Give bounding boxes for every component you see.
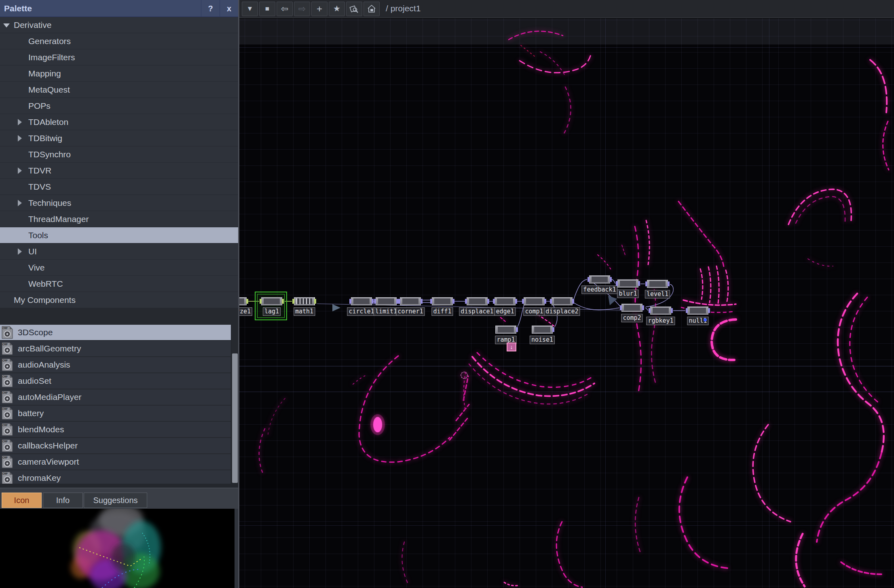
node-output-connector[interactable]: [544, 299, 546, 304]
list-item-cameraviewport[interactable]: CMP cameraViewport: [0, 454, 231, 470]
palette-close-button[interactable]: x: [220, 0, 238, 17]
node-input-connector[interactable]: [522, 299, 524, 304]
tree-item-threadmanager[interactable]: ThreadManager: [0, 211, 238, 227]
tree-item-tdvs[interactable]: TDVS: [0, 179, 238, 195]
list-item-chromakey[interactable]: CMP chromaKey: [0, 470, 231, 484]
docked-operator-marker[interactable]: ↓: [507, 343, 516, 351]
node-output-connector[interactable]: [638, 281, 640, 286]
back-arrow-icon[interactable]: ⇦: [277, 2, 293, 16]
tree-item-my-components[interactable]: My Components: [0, 292, 238, 308]
node-output-connector[interactable]: [671, 308, 673, 313]
node-math1[interactable]: math1: [294, 297, 315, 305]
node-input-connector[interactable]: [493, 299, 495, 304]
node-circle1[interactable]: circle1: [351, 297, 372, 305]
node-level1[interactable]: level1: [647, 280, 668, 288]
node-output-connector[interactable]: [642, 305, 644, 310]
palette-titlebar[interactable]: Palette ? x: [0, 0, 238, 17]
node-input-connector[interactable]: [349, 299, 351, 304]
list-item-audioset[interactable]: CMP audioSet: [0, 373, 231, 389]
list-item-3dscope[interactable]: CMP 3DScope: [0, 325, 231, 340]
tree-item-metaquest[interactable]: MetaQuest: [0, 82, 238, 98]
node-input-connector[interactable]: [292, 299, 294, 304]
tab-info[interactable]: Info: [43, 493, 83, 508]
tree-item-tdableton[interactable]: TDAbleton: [0, 114, 238, 130]
node-diff1[interactable]: diff1: [432, 297, 453, 305]
node-output-connector[interactable]: [372, 299, 374, 304]
node-output-connector[interactable]: [452, 299, 454, 304]
tree-item-pops[interactable]: POPs: [0, 98, 238, 114]
node-blur1[interactable]: blur1: [617, 279, 638, 288]
tree-item-techniques[interactable]: Techniques: [0, 195, 238, 211]
tree-item-tdbitwig[interactable]: TDBitwig: [0, 130, 238, 146]
star-icon[interactable]: ★: [329, 2, 345, 16]
node-output-connector[interactable]: [708, 308, 710, 313]
list-item-audioanalysis[interactable]: CMP audioAnalysis: [0, 357, 231, 372]
node-input-connector[interactable]: [398, 299, 400, 304]
node-output-connector[interactable]: [246, 299, 248, 304]
node-input-connector[interactable]: [465, 299, 467, 304]
node-output-connector[interactable]: [668, 281, 670, 286]
node-input-connector[interactable]: [620, 305, 622, 310]
node-corner1[interactable]: corner1: [400, 297, 421, 305]
tree-item-tools[interactable]: Tools: [0, 227, 238, 243]
node-output-connector[interactable]: [487, 299, 489, 304]
node-limit1[interactable]: limit1: [376, 297, 397, 305]
node-edge1[interactable]: edge1: [495, 297, 516, 305]
node-rgbkey1[interactable]: rgbkey1: [650, 307, 671, 315]
tree-item-webrtc[interactable]: WebRTC: [0, 276, 238, 292]
list-item-blendmodes[interactable]: CMP blendModes: [0, 422, 231, 437]
search-icon[interactable]: [346, 2, 362, 16]
list-item-automediaplayer[interactable]: CMP autoMediaPlayer: [0, 389, 231, 405]
collapse-arrow-icon[interactable]: [18, 119, 22, 125]
node-input-connector[interactable]: [649, 308, 651, 313]
component-list-scrollbar[interactable]: [231, 325, 238, 484]
add-icon[interactable]: +: [311, 2, 328, 16]
tree-item-generators[interactable]: Generators: [0, 33, 238, 49]
list-item-callbackshelper[interactable]: CMP callbacksHelper: [0, 438, 231, 453]
tab-icon[interactable]: Icon: [2, 493, 42, 508]
node-output-connector[interactable]: [516, 327, 518, 332]
node-feedback1[interactable]: feedback1: [589, 275, 610, 283]
node-output-connector[interactable]: [610, 277, 612, 282]
node-input-connector[interactable]: [430, 299, 432, 304]
node-null1[interactable]: null1: [687, 307, 708, 315]
node-input-connector[interactable]: [616, 281, 618, 286]
node-ramp1[interactable]: ramp1: [495, 326, 516, 334]
scrollbar-thumb[interactable]: [232, 353, 238, 483]
tab-suggestions[interactable]: Suggestions: [84, 493, 147, 508]
node-output-connector[interactable]: [421, 299, 423, 304]
node-output-connector[interactable]: [572, 299, 574, 304]
expand-arrow-icon[interactable]: [3, 23, 10, 27]
forward-arrow-icon[interactable]: ⇨: [294, 2, 310, 16]
stop-icon[interactable]: ■: [259, 2, 275, 16]
dropdown-arrow-icon[interactable]: ▼: [242, 2, 258, 16]
tree-item-ui[interactable]: UI: [0, 243, 238, 260]
collapse-arrow-icon[interactable]: [18, 248, 22, 255]
node-input-connector[interactable]: [686, 308, 688, 313]
collapse-arrow-icon[interactable]: [18, 135, 22, 142]
tree-item-mapping[interactable]: Mapping: [0, 66, 238, 82]
network-editor-pane[interactable]: analyze1 lag1 math1 circle1 limit1 corne…: [239, 18, 894, 588]
list-item-battery[interactable]: CMP battery: [0, 406, 231, 421]
tree-item-tdvr[interactable]: TDVR: [0, 163, 238, 179]
collapse-arrow-icon[interactable]: [18, 200, 22, 206]
palette-help-button[interactable]: ?: [201, 0, 220, 17]
node-noise1[interactable]: noise1: [532, 326, 553, 334]
node-output-connector[interactable]: [314, 299, 316, 304]
tree-item-vive[interactable]: Vive: [0, 260, 238, 276]
collapse-arrow-icon[interactable]: [18, 167, 22, 174]
node-input-connector[interactable]: [588, 277, 590, 282]
network-path-breadcrumb[interactable]: / project1: [386, 0, 421, 17]
node-output-connector[interactable]: [515, 299, 517, 304]
node-lag1[interactable]: lag1: [261, 297, 282, 305]
node-analyze1[interactable]: analyze1: [239, 297, 247, 305]
node-output-connector[interactable]: [282, 299, 284, 304]
tree-item-derivative[interactable]: Derivative: [0, 17, 238, 33]
node-input-connector[interactable]: [645, 281, 647, 286]
node-displace1[interactable]: displace1: [467, 297, 488, 305]
display-flag-dot[interactable]: [704, 318, 707, 321]
node-output-connector[interactable]: [552, 327, 554, 332]
node-input-connector[interactable]: [550, 299, 552, 304]
node-displace2[interactable]: displace2: [552, 297, 573, 305]
tree-item-imagefilters[interactable]: ImageFilters: [0, 49, 238, 66]
